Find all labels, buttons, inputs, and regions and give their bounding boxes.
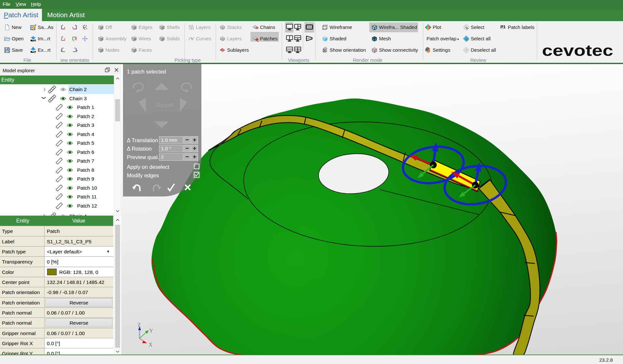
svg-text:Z: Z [138, 322, 141, 328]
svg-text:Reset: Reset [156, 101, 173, 109]
svg-text:X: X [149, 342, 153, 347]
svg-text:Y: Y [149, 328, 153, 333]
